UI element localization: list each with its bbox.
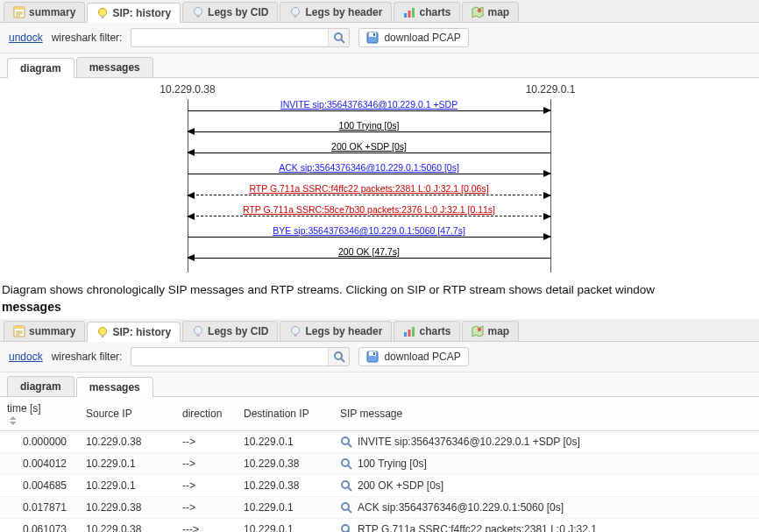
- tab-label: map: [487, 6, 509, 18]
- seq-message-label[interactable]: BYE sip:3564376346@10.229.0.1:5060 [47.7…: [188, 225, 550, 237]
- cell-msg-text: RTP G.711a SSRC:f4ffc22 packets:2381 L:0…: [358, 523, 597, 532]
- seq-message-label[interactable]: RTP G.711a SSRC:f4ffc22 packets:2381 L:0…: [188, 183, 550, 195]
- seq-message-label[interactable]: INVITE sip:3564376346@10.229.0.1 +SDP: [188, 99, 550, 110]
- download-pcap-button[interactable]: download PCAP: [358, 28, 468, 47]
- sequence-diagram: 10.229.0.38 10.229.0.1 INVITE sip:356437…: [0, 78, 759, 278]
- seq-arrow: [188, 237, 550, 238]
- tab-label: Legs by CID: [208, 325, 268, 337]
- seq-message-label[interactable]: ACK sip:3564376346@10.229.0.1:5060 [0s]: [188, 162, 550, 174]
- filter-search-button[interactable]: [328, 29, 349, 46]
- subtab-messages[interactable]: messages: [76, 57, 153, 77]
- seq-message[interactable]: BYE sip:3564376346@10.229.0.1:5060 [47.7…: [188, 225, 550, 248]
- tab-legs-by-header[interactable]: Legs by header: [280, 2, 392, 22]
- tab-label: charts: [419, 325, 450, 337]
- magnifier-icon[interactable]: [340, 436, 352, 448]
- col-label: Destination IP: [244, 408, 309, 420]
- cell-dir: -->: [175, 497, 237, 519]
- subtab-diagram[interactable]: diagram: [7, 376, 74, 396]
- search-icon: [333, 32, 345, 44]
- tab-charts[interactable]: charts: [394, 321, 460, 341]
- cell-dir: -->: [175, 475, 237, 497]
- cell-time: 0.017871: [0, 497, 79, 519]
- lifeline-1: [550, 99, 551, 273]
- table-row[interactable]: 0.00000010.229.0.38-->10.229.0.1INVITE s…: [0, 431, 759, 453]
- undock-link-2[interactable]: undock: [9, 351, 43, 363]
- subtab-messages[interactable]: messages: [76, 377, 153, 397]
- filter-label: wireshark filter:: [52, 32, 123, 44]
- col-sip-message[interactable]: SIP message: [333, 397, 759, 431]
- diagram-caption: Diagram shows chronologically SIP messag…: [0, 278, 759, 298]
- col-destination-ip[interactable]: Destination IP: [237, 397, 333, 431]
- tab-summary[interactable]: summary: [4, 321, 85, 341]
- table-row[interactable]: 0.01787110.229.0.38-->10.229.0.1ACK sip:…: [0, 497, 759, 519]
- subtabs-top: diagrammessages: [0, 53, 759, 78]
- seq-arrow: [188, 258, 550, 259]
- seq-message[interactable]: RTP G.711a SSRC:58ce7b30 packets:2376 L:…: [188, 204, 550, 227]
- table-row[interactable]: 0.00468510.229.0.1-->10.229.0.38200 OK +…: [0, 475, 759, 497]
- col-label: direction: [182, 408, 222, 420]
- table-row[interactable]: 0.00401210.229.0.1-->10.229.0.38100 Tryi…: [0, 453, 759, 475]
- seq-message-label[interactable]: 100 Trying [0s]: [188, 120, 550, 131]
- tab-map[interactable]: map: [462, 321, 519, 341]
- tab-legs-by-cid[interactable]: Legs by CID: [182, 2, 278, 22]
- summary-icon: [13, 325, 25, 337]
- table-row[interactable]: 0.06107310.229.0.38--->10.229.0.1RTP G.7…: [0, 519, 759, 533]
- seq-node-0: 10.229.0.38: [160, 83, 215, 96]
- col-direction[interactable]: direction: [175, 397, 237, 431]
- bulb-icon: [96, 7, 109, 19]
- map-icon: [472, 6, 484, 18]
- tab-map[interactable]: map: [462, 2, 519, 22]
- cell-dst: 10.229.0.38: [237, 475, 333, 497]
- charts-icon: [403, 6, 415, 18]
- seq-message[interactable]: 100 Trying [0s]: [188, 120, 550, 143]
- seq-arrow: [188, 216, 550, 216]
- cell-dst: 10.229.0.38: [237, 453, 333, 475]
- magnifier-icon[interactable]: [340, 458, 352, 470]
- tab-label: Legs by header: [305, 6, 382, 18]
- bulb-off-icon: [289, 325, 301, 337]
- cell-src: 10.229.0.1: [79, 475, 175, 497]
- charts-icon: [403, 325, 415, 337]
- toolbar: undock wireshark filter: download PCAP: [0, 23, 759, 53]
- tab-charts[interactable]: charts: [394, 2, 460, 22]
- tab-summary[interactable]: summary: [4, 2, 85, 22]
- filter-input-wrap-2: [131, 347, 350, 366]
- seq-message[interactable]: 200 OK +SDP [0s]: [188, 141, 550, 164]
- map-icon: [472, 325, 484, 337]
- bulb-icon: [96, 326, 109, 338]
- download-pcap-button-2[interactable]: download PCAP: [358, 347, 468, 366]
- seq-message-label[interactable]: RTP G.711a SSRC:58ce7b30 packets:2376 L:…: [188, 204, 550, 216]
- cell-msg-text: 100 Trying [0s]: [358, 458, 427, 470]
- seq-message[interactable]: 200 OK [47.7s]: [188, 246, 550, 269]
- seq-arrow: [188, 153, 550, 153]
- tab-label: SIP: history: [112, 326, 171, 338]
- undock-link[interactable]: undock: [9, 32, 43, 44]
- filter-search-button-2[interactable]: [328, 348, 349, 365]
- tab-label: map: [487, 325, 509, 337]
- toolbar-2: undock wireshark filter: download PCAP: [0, 342, 759, 372]
- col-time-s-[interactable]: time [s]: [0, 397, 79, 431]
- seq-message[interactable]: INVITE sip:3564376346@10.229.0.1 +SDP: [188, 99, 550, 122]
- cell-dst: 10.229.0.1: [237, 431, 333, 453]
- magnifier-icon[interactable]: [340, 501, 352, 514]
- filter-input-2[interactable]: [131, 349, 328, 365]
- seq-message[interactable]: ACK sip:3564376346@10.229.0.1:5060 [0s]: [188, 162, 550, 185]
- tab-label: Legs by CID: [208, 6, 268, 18]
- tab-legs-by-cid[interactable]: Legs by CID: [182, 321, 278, 341]
- search-icon: [333, 351, 345, 363]
- filter-input[interactable]: [131, 30, 328, 46]
- seq-message[interactable]: RTP G.711a SSRC:f4ffc22 packets:2381 L:0…: [188, 183, 550, 206]
- tab-legs-by-header[interactable]: Legs by header: [280, 321, 392, 341]
- cell-src: 10.229.0.38: [79, 431, 175, 453]
- tab-sip-history[interactable]: SIP: history: [87, 3, 181, 23]
- bulb-off-icon: [192, 325, 204, 337]
- magnifier-icon[interactable]: [340, 523, 352, 532]
- disk-icon: [366, 351, 379, 363]
- seq-message-label[interactable]: 200 OK [47.7s]: [188, 246, 550, 258]
- magnifier-icon[interactable]: [340, 479, 352, 492]
- subtab-diagram[interactable]: diagram: [7, 58, 74, 78]
- seq-message-label[interactable]: 200 OK +SDP [0s]: [188, 141, 550, 153]
- col-source-ip[interactable]: Source IP: [79, 397, 175, 431]
- col-label: time [s]: [7, 402, 41, 415]
- tab-sip-history[interactable]: SIP: history: [87, 322, 181, 342]
